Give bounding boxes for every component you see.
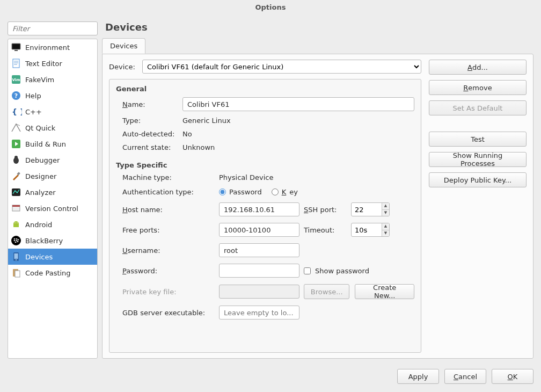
sidebar-item-debugger[interactable]: Debugger	[8, 152, 97, 168]
sidebar-item-label: Qt Quick	[25, 124, 55, 132]
deploy-key-button[interactable]: Deploy Public Key...	[429, 172, 527, 187]
spin-down-icon[interactable]: ▼	[382, 230, 389, 237]
sidebar-item-text-editor[interactable]: Text Editor	[8, 55, 97, 71]
options-window: Options Environment Text Editor	[0, 0, 541, 392]
ok-button[interactable]: OK	[492, 369, 533, 384]
username-label: Username:	[122, 246, 215, 255]
titlebar: Options	[0, 0, 541, 15]
test-button[interactable]: Test	[429, 132, 527, 147]
auth-key-radio[interactable]	[272, 188, 279, 195]
typespecific-title: Type Specific	[116, 161, 414, 169]
freeports-label: Free ports:	[122, 226, 215, 234]
svg-point-28	[15, 242, 17, 243]
spin-down-icon[interactable]: ▼	[382, 210, 389, 216]
password-input[interactable]	[219, 264, 299, 278]
svg-rect-16	[17, 172, 20, 175]
svg-point-32	[16, 259, 17, 260]
svg-point-25	[14, 240, 16, 241]
privatekey-input	[219, 285, 299, 299]
sidebar-item-buildrun[interactable]: Build & Run	[8, 136, 97, 152]
android-icon	[10, 219, 22, 230]
sidebar-item-cpp[interactable]: { } C++	[8, 104, 97, 120]
cpp-icon: { }	[10, 106, 22, 118]
svg-point-29	[17, 241, 19, 242]
sidebar-item-label: Android	[25, 221, 52, 229]
remove-button[interactable]: Remove	[429, 80, 527, 95]
sidebar-item-devices[interactable]: Devices	[8, 249, 97, 265]
cancel-button[interactable]: Cancel	[444, 369, 486, 384]
svg-point-20	[14, 222, 16, 223]
sidebar-item-versioncontrol[interactable]: Version Control	[8, 200, 97, 216]
sidebar-item-label: Environment	[25, 43, 70, 52]
sidebar-item-fakevim[interactable]: Vim FakeVim	[8, 71, 97, 88]
gdb-input[interactable]	[219, 306, 299, 320]
tab-devices[interactable]: Devices	[102, 38, 145, 54]
autodetected-value: No	[182, 130, 414, 138]
window-title: Options	[255, 3, 286, 11]
auth-password-option[interactable]: Password	[219, 188, 262, 196]
body: Environment Text Editor Vim FakeVim	[0, 15, 541, 359]
show-processes-button[interactable]: Show Running Processes	[429, 152, 527, 167]
state-label: Current state:	[122, 143, 182, 151]
create-new-button[interactable]: Create New...	[355, 284, 414, 299]
sidebar-item-qtquick[interactable]: Qt Quick	[8, 120, 97, 136]
show-password-checkbox[interactable]	[304, 267, 311, 274]
sidebar-item-android[interactable]: Android	[8, 216, 97, 233]
svg-text:?: ?	[14, 92, 18, 99]
sidebar-item-analyzer[interactable]: Analyzer	[8, 184, 97, 200]
name-input[interactable]	[182, 97, 414, 111]
sidebar-item-label: Text Editor	[25, 60, 62, 68]
svg-point-26	[16, 240, 18, 241]
device-select[interactable]: Colibri VF61 (default for Generic Linux)	[142, 60, 421, 74]
device-label: Device:	[109, 63, 138, 71]
sshport-spin[interactable]: ▲▼	[351, 202, 390, 216]
svg-rect-1	[12, 44, 20, 49]
sidebar-item-label: Designer	[25, 172, 56, 180]
apply-button[interactable]: Apply	[397, 369, 439, 384]
sidebar-item-label: C++	[25, 108, 42, 116]
svg-text:Vim: Vim	[12, 78, 20, 82]
sidebar-item-help[interactable]: ? Help	[8, 88, 97, 104]
username-input[interactable]	[219, 243, 299, 257]
add-button[interactable]: Add...	[429, 60, 527, 75]
auth-label: Authentication type:	[122, 188, 215, 196]
category-list[interactable]: Environment Text Editor Vim FakeVim	[8, 39, 98, 359]
password-label: Password:	[122, 267, 215, 275]
spin-up-icon[interactable]: ▲	[382, 223, 389, 230]
sidebar-item-label: Version Control	[25, 205, 78, 213]
help-icon: ?	[10, 90, 22, 101]
svg-rect-3	[13, 59, 19, 68]
fakevim-icon: Vim	[10, 74, 22, 85]
auth-password-radio[interactable]	[219, 188, 226, 195]
tab-body: Device: Colibri VF61 (default for Generi…	[102, 54, 533, 359]
sidebar-item-codepasting[interactable]: Code Pasting	[8, 265, 97, 281]
gdb-label: GDB server executable:	[122, 309, 215, 317]
sidebar-item-label: Code Pasting	[25, 269, 71, 277]
state-value: Unknown	[182, 143, 414, 151]
auth-key-option[interactable]: Key	[272, 188, 298, 196]
vcs-icon	[10, 202, 22, 214]
svg-point-27	[18, 239, 19, 241]
filter-input[interactable]	[8, 21, 98, 35]
spin-up-icon[interactable]: ▲	[382, 203, 389, 210]
svg-point-15	[14, 156, 18, 159]
tab-area: Devices Device: Colibri VF61 (default fo…	[102, 38, 533, 359]
timeout-spin[interactable]: ▲▼	[351, 223, 390, 237]
document-icon	[10, 57, 22, 69]
device-select-row: Device: Colibri VF61 (default for Generi…	[109, 60, 421, 74]
type-value: Generic Linux	[182, 117, 414, 125]
svg-rect-34	[15, 271, 20, 277]
sidebar-item-environment[interactable]: Environment	[8, 39, 97, 55]
sshport-label: SSH port:	[304, 206, 347, 214]
machine-label: Machine type:	[122, 173, 215, 182]
svg-rect-19	[12, 205, 20, 207]
host-input[interactable]	[219, 202, 299, 216]
sidebar-item-designer[interactable]: Designer	[8, 168, 97, 184]
device-form: Device: Colibri VF61 (default for Generi…	[109, 60, 421, 353]
type-label: Type:	[122, 117, 182, 125]
freeports-input[interactable]	[219, 223, 299, 237]
monitor-icon	[10, 41, 22, 53]
bug-icon	[10, 154, 22, 166]
sidebar-item-blackberry[interactable]: BlackBerry	[8, 233, 97, 249]
svg-point-21	[17, 222, 18, 223]
